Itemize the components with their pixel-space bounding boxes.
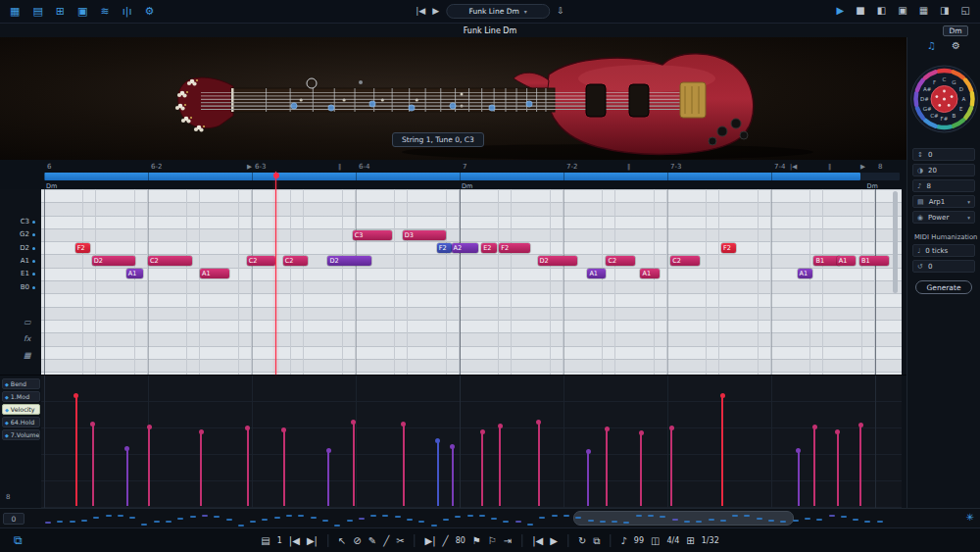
row-transpose[interactable]: ↕0 [912,148,975,161]
chord-wheel[interactable]: CGDAEBF#C#G#D#A#F [907,55,980,145]
cut-tool-icon[interactable]: ✂ [396,536,404,546]
row-feel[interactable]: ♪8 [912,179,975,192]
audition-icon[interactable]: ▶| [425,536,436,546]
panel-main-icon[interactable]: ▣ [898,6,906,16]
row-random[interactable]: ↺0 [912,260,975,273]
pointer-tool-icon[interactable]: ↖ [338,536,346,546]
row-mode[interactable]: ◉Power▾ [912,211,975,224]
strummer-icon[interactable]: ≋ [100,6,109,17]
velocity-stem[interactable] [327,450,329,506]
midi-note[interactable]: C2 [247,256,276,266]
velocity-stem[interactable] [92,424,94,506]
stop-icon[interactable]: ■ [856,6,864,16]
velocity-stem[interactable] [75,396,77,506]
midi-note[interactable]: A1 [798,269,813,278]
overview-strip[interactable]: 0 ✳ [0,508,980,527]
loop-icon[interactable]: ↻ [578,536,586,546]
lane-7-volume[interactable]: ◆7.Volume [2,429,40,440]
row-velocity[interactable]: ◑20 [912,164,975,176]
mute-tool-icon[interactable]: ⊘ [353,536,361,546]
midi-note[interactable]: A1 [640,269,659,278]
midi-note[interactable]: A1 [837,256,856,266]
controller-lane[interactable]: ◆Bend◆1.Mod◆Velocity◆64.Hold◆7.Volume 8 [0,375,906,508]
velocity-stem[interactable] [200,431,202,506]
lane-1-mod[interactable]: ◆1.Mod [2,391,40,402]
velocity-stem[interactable] [587,452,589,506]
midi-note[interactable]: F2 [499,243,530,253]
velocity-stem[interactable] [403,424,405,506]
lane-velocity[interactable]: ◆Velocity [2,404,40,415]
rewind-icon[interactable]: |◀ [532,536,543,546]
section-rewind-icon[interactable]: |◀ [790,163,797,171]
save-preset-icon[interactable]: ⇩ [557,7,564,16]
eq-icon[interactable]: ı|ı [122,6,132,17]
virtual-keyboard-icon[interactable]: ▦ [10,6,20,17]
go-end-icon[interactable]: ⇥ [504,536,512,546]
guitar-view[interactable]: String 1, Tune 0, C3 [0,37,906,160]
chord-panel-icon[interactable]: ▭ [24,318,31,326]
midi-note[interactable]: D3 [403,230,447,240]
note-grid[interactable] [41,189,902,375]
preset-selector[interactable]: Funk Line Dm ▾ [446,4,550,19]
playhead-handle[interactable] [273,173,279,178]
play-preset-icon[interactable]: ▶ [432,7,439,16]
wheel-segment-D#[interactable] [916,93,917,105]
midi-note[interactable]: F2 [437,243,452,253]
legato-flag-icon[interactable]: ⚑ [472,536,481,546]
expand-icon[interactable]: ◱ [961,6,970,16]
midi-note[interactable]: C3 [353,230,392,240]
lane-bend[interactable]: ◆Bend [2,378,40,389]
velocity-stem[interactable] [798,450,800,506]
velocity-stem[interactable] [126,448,128,506]
playhead[interactable] [275,172,276,375]
timeline-ruler[interactable]: 66-26-36-477-27-37-48▶‖‖|◀‖▶ DmDmDm [0,160,906,189]
velocity-stem[interactable] [481,431,483,506]
midi-note[interactable]: D2 [538,256,577,266]
tab-settings[interactable]: ⚙ [952,41,960,55]
roll-scrollbar[interactable] [893,191,898,293]
velocity-stem[interactable] [837,431,839,506]
generate-button[interactable]: Generate [915,280,972,294]
prev-riff-icon[interactable]: |◀ [289,536,300,546]
snap-grid-icon[interactable]: ⊞ [686,536,694,546]
velocity-stem[interactable] [606,428,608,506]
next-riff-icon[interactable]: ▶| [307,536,318,546]
tab-riffer[interactable]: ♫ [927,41,936,55]
row-timing[interactable]: ♩0 ticks [912,244,975,257]
riff-list-icon[interactable]: ▤ [261,536,270,546]
midi-note[interactable]: A1 [587,269,606,278]
velocity-stem[interactable] [670,427,672,506]
velocity-stem[interactable] [353,423,355,507]
velocity-stem[interactable] [247,427,249,506]
wheel-segment-F#[interactable] [938,126,950,127]
velocity-stem[interactable] [813,427,815,506]
velocity-stem[interactable] [437,441,439,507]
tab-player-icon[interactable]: ⊞ [56,6,65,17]
section-pause-icon[interactable]: ‖ [338,163,341,171]
midi-note[interactable]: C2 [606,256,635,266]
midi-note[interactable]: F2 [721,243,736,253]
velocity-stem[interactable] [452,446,454,506]
piano-roll[interactable]: C3G2D2A1E1B0▭fx▦ F2D2A1C2A1C2C2D2C3D3F2A… [0,189,906,375]
panel-left-icon[interactable]: ◧ [877,6,886,16]
key-badge[interactable]: Dm [943,25,968,36]
follow-playhead-icon[interactable]: ▶ [837,6,845,16]
velocity-stem[interactable] [148,427,150,506]
velocity-stem[interactable] [859,425,861,506]
velocity-stem[interactable] [640,433,642,506]
timeline-loop-bar[interactable] [44,173,860,180]
midi-note[interactable]: C2 [670,256,700,266]
row-arp[interactable]: ▤Arp1▾ [912,195,975,208]
link-icon[interactable]: ⧉ [593,536,600,546]
line-tool-icon[interactable]: ╱ [383,536,389,546]
lane-64-hold[interactable]: ◆64.Hold [2,417,40,427]
prev-preset-icon[interactable]: |◀ [416,7,425,16]
duplicate-icon[interactable]: ⧉ [14,534,23,546]
slope-icon[interactable]: ╱ [443,536,449,546]
auto-scroll-icon[interactable]: ✳ [966,513,974,523]
midi-note[interactable]: C2 [148,256,192,266]
velocity-stem[interactable] [538,423,540,507]
section-pause-icon[interactable]: ‖ [627,163,630,171]
velocity-stem[interactable] [721,396,723,506]
draw-tool-icon[interactable]: ✎ [368,536,376,546]
